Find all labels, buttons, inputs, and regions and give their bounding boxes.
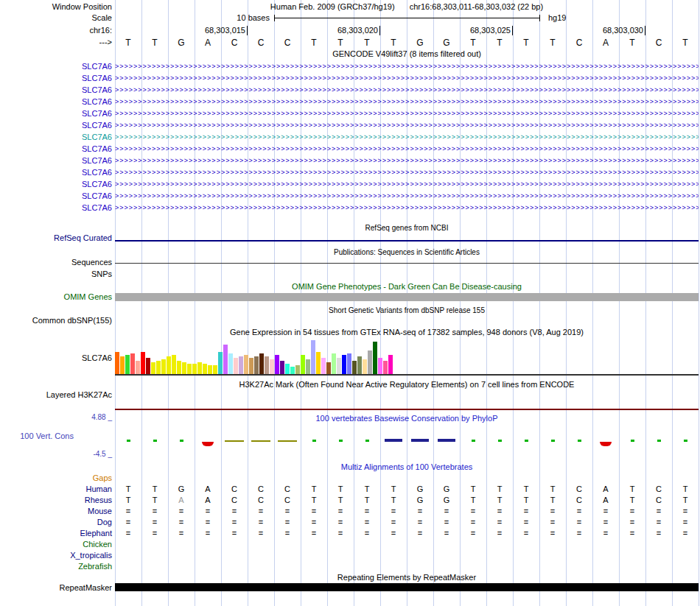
h3k27ac-label[interactable]: Layered H3K27Ac xyxy=(0,390,112,400)
transcript-intron-line[interactable]: >>>>>>>>>>>>>>>>>>>>>>>>>>>>>>>>>>>>>>>>… xyxy=(115,143,699,155)
gtex-tissue-bar[interactable] xyxy=(208,365,212,374)
transcript-intron-line[interactable]: >>>>>>>>>>>>>>>>>>>>>>>>>>>>>>>>>>>>>>>>… xyxy=(115,202,699,214)
gtex-tissue-bar[interactable] xyxy=(259,353,264,374)
strand-label[interactable]: ---> xyxy=(0,38,112,47)
multiz-title[interactable]: Multiz Alignments of 100 Vertebrates xyxy=(115,462,699,472)
transcript-intron-line[interactable]: >>>>>>>>>>>>>>>>>>>>>>>>>>>>>>>>>>>>>>>>… xyxy=(115,155,699,166)
gtex-tissue-bar[interactable] xyxy=(130,353,135,374)
gtex-tissue-bar[interactable] xyxy=(326,362,331,374)
gtex-tissue-bar[interactable] xyxy=(151,362,155,374)
omim-title[interactable]: OMIM Gene Phenotypes - Dark Green Can Be… xyxy=(115,282,699,292)
gtex-tissue-bar[interactable] xyxy=(197,362,202,374)
species-label[interactable]: X_tropicalis xyxy=(0,550,112,561)
gtex-tissue-bar[interactable] xyxy=(234,358,238,374)
repeatmasker-title[interactable]: Repeating Elements by RepeatMasker xyxy=(115,573,699,582)
transcript-intron-line[interactable]: >>>>>>>>>>>>>>>>>>>>>>>>>>>>>>>>>>>>>>>>… xyxy=(115,119,699,131)
gtex-tissue-bar[interactable] xyxy=(280,361,284,374)
gene-label[interactable]: SLC7A6 xyxy=(0,202,112,214)
gtex-tissue-bar[interactable] xyxy=(244,355,248,374)
species-label[interactable]: Dog xyxy=(0,517,112,528)
repeatmasker-bar[interactable] xyxy=(115,583,699,591)
transcript-intron-line[interactable]: >>>>>>>>>>>>>>>>>>>>>>>>>>>>>>>>>>>>>>>>… xyxy=(115,178,699,190)
gtex-tissue-bar[interactable] xyxy=(187,364,192,374)
gtex-title[interactable]: Gene Expression in 54 tissues from GTEx … xyxy=(115,328,699,337)
gtex-tissue-bar[interactable] xyxy=(172,355,176,374)
gtex-tissue-bar[interactable] xyxy=(342,355,346,374)
gencode-title[interactable]: GENCODE V49lift37 (8 items filtered out) xyxy=(115,49,699,59)
alignment-cells[interactable]: ====================== xyxy=(115,528,699,539)
gene-label[interactable]: SLC7A6 xyxy=(0,96,112,108)
dbsnp-label[interactable]: Common dbSNP(155) xyxy=(0,316,112,325)
gtex-tissue-bar[interactable] xyxy=(301,355,305,374)
gtex-tissue-bar[interactable] xyxy=(332,353,336,374)
alignment-cells[interactable]: TTGACCCTTTTGGTTTTCATCT xyxy=(115,484,699,495)
transcript-intron-line[interactable]: >>>>>>>>>>>>>>>>>>>>>>>>>>>>>>>>>>>>>>>>… xyxy=(115,108,699,119)
gene-label[interactable]: SLC7A6 xyxy=(0,178,112,190)
gtex-tissue-bar[interactable] xyxy=(275,355,279,374)
gtex-tissue-bar[interactable] xyxy=(316,352,321,374)
gene-label[interactable]: SLC7A6 xyxy=(0,84,112,96)
gtex-tissue-bar[interactable] xyxy=(218,352,223,374)
sequences-label[interactable]: Sequences xyxy=(0,258,112,267)
gtex-tissue-bar[interactable] xyxy=(337,358,341,374)
gtex-tissue-bar[interactable] xyxy=(203,364,207,374)
gene-label[interactable]: SLC7A6 xyxy=(0,143,112,155)
transcript-intron-line[interactable]: >>>>>>>>>>>>>>>>>>>>>>>>>>>>>>>>>>>>>>>>… xyxy=(115,72,699,84)
h3k27ac-title[interactable]: H3K27Ac Mark (Often Found Near Active Re… xyxy=(115,380,699,390)
gtex-tissue-bar[interactable] xyxy=(368,350,372,374)
gtex-tissue-bar[interactable] xyxy=(239,356,243,374)
transcript-intron-line[interactable]: >>>>>>>>>>>>>>>>>>>>>>>>>>>>>>>>>>>>>>>>… xyxy=(115,84,699,96)
transcript-intron-line[interactable]: >>>>>>>>>>>>>>>>>>>>>>>>>>>>>>>>>>>>>>>>… xyxy=(115,60,699,72)
gtex-tissue-bar[interactable] xyxy=(352,361,357,374)
refseq-curated-label[interactable]: RefSeq Curated xyxy=(0,233,112,243)
gtex-tissue-bar[interactable] xyxy=(213,365,217,374)
gtex-tissue-bar[interactable] xyxy=(373,342,377,374)
snps-label[interactable]: SNPs xyxy=(0,269,112,279)
gene-label[interactable]: SLC7A6 xyxy=(0,60,112,72)
gene-label[interactable]: SLC7A6 xyxy=(0,190,112,202)
gtex-tissue-bar[interactable] xyxy=(177,361,181,374)
gtex-tissue-bar[interactable] xyxy=(357,356,362,374)
alignment-cells[interactable]: ====================== xyxy=(115,517,699,528)
conservation-track-label[interactable]: 100 Vert. Cons xyxy=(0,431,74,441)
refseq-gene-bar[interactable] xyxy=(115,240,699,242)
gene-label[interactable]: SLC7A6 xyxy=(0,166,112,178)
gtex-tissue-bar[interactable] xyxy=(285,364,290,374)
gtex-tissue-bar[interactable] xyxy=(295,365,300,374)
gtex-tissue-bar[interactable] xyxy=(156,361,161,374)
gtex-tissue-bar[interactable] xyxy=(136,361,140,374)
transcript-intron-line[interactable]: >>>>>>>>>>>>>>>>>>>>>>>>>>>>>>>>>>>>>>>>… xyxy=(115,96,699,108)
gtex-tissue-bar[interactable] xyxy=(347,353,351,374)
gtex-tissue-bar[interactable] xyxy=(120,356,125,374)
species-label[interactable]: Gaps xyxy=(0,473,112,484)
gtex-tissue-bar[interactable] xyxy=(363,359,367,374)
repeatmasker-label[interactable]: RepeatMasker xyxy=(0,583,112,593)
gtex-tissue-bar[interactable] xyxy=(228,353,233,374)
gtex-tissue-bar[interactable] xyxy=(161,359,166,374)
dbsnp-title[interactable]: Short Genetic Variants from dbSNP releas… xyxy=(115,306,699,315)
gtex-tissue-bar[interactable] xyxy=(125,355,130,374)
gtex-tissue-bar[interactable] xyxy=(270,359,274,374)
gtex-gene-label[interactable]: SLC7A6 xyxy=(0,353,112,363)
gtex-tissue-bar[interactable] xyxy=(249,358,253,374)
gtex-tissue-bar[interactable] xyxy=(254,356,259,374)
gtex-tissue-bar[interactable] xyxy=(383,361,388,374)
transcript-intron-line[interactable]: >>>>>>>>>>>>>>>>>>>>>>>>>>>>>>>>>>>>>>>>… xyxy=(115,166,699,178)
refseq-title[interactable]: RefSeq genes from NCBI xyxy=(115,223,699,233)
species-label[interactable]: Human xyxy=(0,484,112,495)
species-label[interactable]: Zebrafish xyxy=(0,561,112,572)
species-label[interactable]: Rhesus xyxy=(0,495,112,506)
gtex-tissue-bar[interactable] xyxy=(290,367,295,374)
gtex-tissue-bar[interactable] xyxy=(223,345,228,374)
alignment-cells[interactable]: ====================== xyxy=(115,506,699,517)
gtex-tissue-bar[interactable] xyxy=(115,352,119,374)
omim-gene-bar[interactable] xyxy=(115,293,699,301)
species-label[interactable]: Chicken xyxy=(0,539,112,550)
omim-genes-label[interactable]: OMIM Genes xyxy=(0,292,112,302)
gene-label[interactable]: SLC7A6 xyxy=(0,108,112,119)
publications-item-bar[interactable] xyxy=(115,263,699,264)
gtex-tissue-bar[interactable] xyxy=(378,358,382,374)
gene-label[interactable]: SLC7A6 xyxy=(0,119,112,131)
gene-label[interactable]: SLC7A6 xyxy=(0,155,112,166)
gtex-tissue-bar[interactable] xyxy=(141,352,145,374)
